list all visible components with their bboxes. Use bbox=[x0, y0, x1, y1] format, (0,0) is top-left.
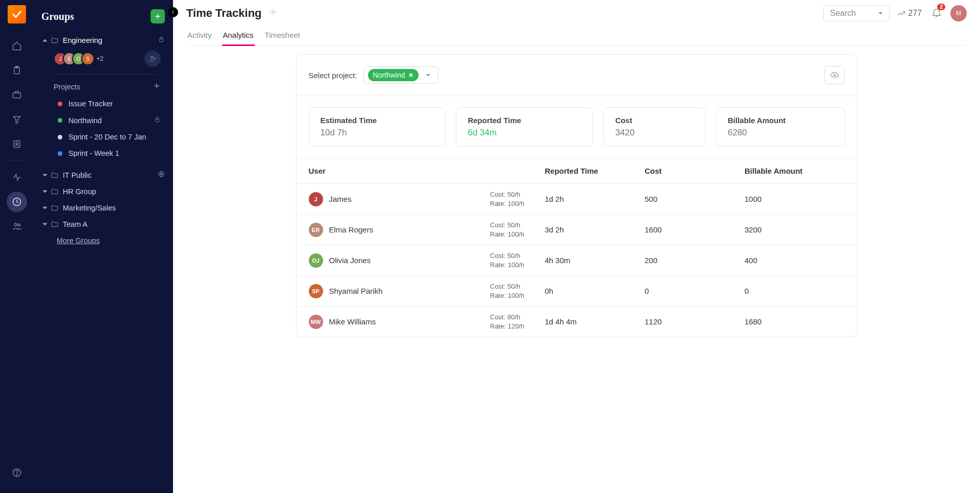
member-avatar[interactable]: S bbox=[81, 52, 94, 65]
analytics-panel: Select project: Northwind Estima bbox=[296, 54, 857, 337]
tab-activity[interactable]: Activity bbox=[186, 27, 213, 45]
table-row[interactable]: SP Shyamal Parikh Cost: 50/hRate: 100/h … bbox=[297, 276, 857, 307]
cell-reported: 1d 4h 4m bbox=[545, 317, 645, 326]
project-label: Northwind bbox=[68, 116, 102, 125]
cell-cost: 1600 bbox=[645, 225, 745, 234]
remove-chip-icon[interactable] bbox=[408, 71, 413, 79]
tabs: Activity Analytics Timesheet bbox=[186, 27, 967, 46]
user-name: Mike Williams bbox=[329, 317, 376, 326]
project-item[interactable]: Issue Tracker bbox=[38, 96, 168, 112]
user-rates: Cost: 50/hRate: 100/h bbox=[490, 221, 524, 239]
user-rates: Cost: 50/hRate: 100/h bbox=[490, 251, 524, 269]
group-item[interactable]: Marketing/Sales bbox=[38, 200, 168, 216]
cell-billable: 0 bbox=[745, 287, 845, 295]
user-name: Elma Rogers bbox=[329, 225, 374, 234]
tab-timesheet[interactable]: Timesheet bbox=[264, 27, 301, 45]
help-icon[interactable] bbox=[7, 462, 27, 483]
project-label: Issue Tracker bbox=[68, 100, 113, 108]
user-rates: Cost: 80/hRate: 120/h bbox=[490, 313, 524, 331]
th-cost: Cost bbox=[645, 167, 745, 175]
svg-point-9 bbox=[16, 475, 17, 475]
th-billable: Billable Amount bbox=[745, 167, 845, 175]
svg-point-7 bbox=[18, 224, 20, 226]
home-icon[interactable] bbox=[7, 36, 27, 56]
table-row[interactable]: OJ Olivia Jones Cost: 50/hRate: 100/h 4h… bbox=[297, 245, 857, 276]
search-label: Search bbox=[830, 9, 856, 18]
project-label: Sprint - 20 Dec to 7 Jan bbox=[68, 133, 146, 141]
nav-rail bbox=[0, 0, 33, 493]
group-members: J E O S +2 bbox=[38, 49, 168, 72]
table-row[interactable]: MW Mike Williams Cost: 80/hRate: 120/h 1… bbox=[297, 307, 857, 337]
add-project-button[interactable] bbox=[153, 82, 161, 91]
cell-billable: 3200 bbox=[745, 225, 845, 234]
svg-rect-2 bbox=[13, 93, 20, 98]
project-color-dot bbox=[58, 151, 62, 156]
collapse-sidebar-button[interactable] bbox=[168, 7, 178, 17]
trend-icon bbox=[897, 9, 906, 18]
group-item[interactable]: Team A bbox=[38, 216, 168, 232]
svg-point-4 bbox=[15, 142, 17, 144]
lock-icon bbox=[158, 36, 165, 44]
svg-point-14 bbox=[272, 11, 274, 13]
user-avatar: ER bbox=[309, 223, 323, 237]
project-select[interactable]: Northwind bbox=[363, 66, 438, 84]
app-logo[interactable] bbox=[8, 5, 26, 24]
add-member-button[interactable] bbox=[144, 51, 161, 67]
folder-icon bbox=[51, 220, 59, 228]
cell-cost: 1120 bbox=[645, 317, 745, 326]
sidebar-title: Groups bbox=[41, 11, 151, 22]
tab-analytics[interactable]: Analytics bbox=[222, 27, 255, 46]
project-item[interactable]: Sprint - 20 Dec to 7 Jan bbox=[38, 129, 168, 145]
briefcase-icon[interactable] bbox=[7, 85, 27, 105]
notifications-button[interactable]: 2 bbox=[931, 7, 942, 20]
project-item[interactable]: Sprint - Week 1 bbox=[38, 145, 168, 161]
search-dropdown[interactable]: Search bbox=[823, 5, 890, 21]
select-project-label: Select project: bbox=[309, 71, 357, 80]
group-item[interactable]: HR Group bbox=[38, 183, 168, 200]
contacts-icon[interactable] bbox=[7, 134, 27, 154]
user-avatar: SP bbox=[309, 284, 323, 298]
group-engineering[interactable]: Engineering bbox=[38, 32, 168, 49]
caret-right-icon bbox=[41, 221, 48, 228]
caret-right-icon bbox=[41, 188, 48, 195]
more-members[interactable]: +2 bbox=[96, 55, 104, 62]
time-tracking-icon[interactable] bbox=[7, 192, 27, 212]
export-button[interactable] bbox=[824, 66, 845, 84]
group-label: Engineering bbox=[63, 36, 155, 44]
main-content: Time Tracking Search 277 2 M Activi bbox=[173, 0, 980, 493]
group-label: Team A bbox=[63, 220, 165, 228]
sidebar: Groups Engineering J E O S +2 Projects bbox=[33, 0, 173, 493]
user-avatar: OJ bbox=[309, 253, 323, 268]
add-group-button[interactable] bbox=[151, 9, 165, 24]
globe-icon bbox=[158, 171, 165, 179]
svg-point-11 bbox=[151, 56, 153, 59]
cell-cost: 500 bbox=[645, 195, 745, 203]
filter-icon[interactable] bbox=[7, 109, 27, 130]
settings-icon[interactable] bbox=[269, 8, 277, 18]
svg-rect-12 bbox=[156, 119, 159, 122]
user-avatar[interactable]: M bbox=[950, 5, 967, 21]
clipboard-icon[interactable] bbox=[7, 60, 27, 81]
group-item[interactable]: IT Public bbox=[38, 167, 168, 183]
table-row[interactable]: J James Cost: 50/hRate: 100/h 1d 2h 500 … bbox=[297, 184, 857, 215]
chevron-down-icon bbox=[423, 71, 434, 80]
trend-stat[interactable]: 277 bbox=[897, 9, 922, 18]
more-groups[interactable]: More Groups bbox=[38, 232, 168, 249]
user-rates: Cost: 50/hRate: 100/h bbox=[490, 282, 524, 300]
project-chip[interactable]: Northwind bbox=[368, 69, 419, 81]
project-color-dot bbox=[58, 102, 62, 106]
card-cost: Cost 3420 bbox=[603, 107, 705, 147]
project-item[interactable]: Northwind bbox=[38, 112, 168, 129]
caret-right-icon bbox=[41, 204, 48, 212]
th-reported: Reported Time bbox=[545, 167, 645, 175]
table-row[interactable]: ER Elma Rogers Cost: 50/hRate: 100/h 3d … bbox=[297, 215, 857, 245]
folder-icon bbox=[51, 204, 59, 212]
activity-icon[interactable] bbox=[7, 167, 27, 187]
folder-open-icon bbox=[51, 36, 59, 44]
caret-right-icon bbox=[41, 172, 48, 179]
table-header: User Reported Time Cost Billable Amount bbox=[297, 158, 857, 184]
people-icon[interactable] bbox=[7, 216, 27, 237]
project-label: Sprint - Week 1 bbox=[68, 149, 119, 157]
projects-label: Projects bbox=[54, 83, 80, 91]
lock-icon bbox=[154, 116, 161, 125]
